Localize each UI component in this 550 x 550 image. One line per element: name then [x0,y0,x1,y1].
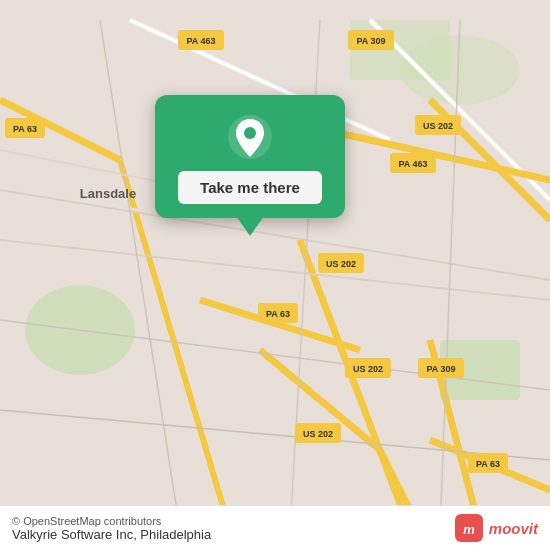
svg-text:US 202: US 202 [353,364,383,374]
svg-text:PA 463: PA 463 [398,159,427,169]
svg-text:US 202: US 202 [303,429,333,439]
svg-text:PA 309: PA 309 [356,36,385,46]
svg-text:Lansdale: Lansdale [80,186,136,201]
svg-point-55 [244,127,256,139]
map-container: PA 463 PA 309 PA 63 US 202 PA 463 Lansda… [0,0,550,550]
svg-text:US 202: US 202 [423,121,453,131]
moovit-brand-icon: m [455,514,483,542]
moovit-text: moovit [489,520,538,537]
svg-text:PA 463: PA 463 [186,36,215,46]
svg-text:PA 63: PA 63 [266,309,290,319]
moovit-logo[interactable]: m moovit [455,514,538,542]
svg-text:m: m [463,522,475,537]
attribution-text: © OpenStreetMap contributors [12,515,211,527]
footer-bar: © OpenStreetMap contributors Valkyrie So… [0,505,550,550]
location-pin-icon [226,113,274,161]
svg-text:PA 63: PA 63 [13,124,37,134]
footer-left: © OpenStreetMap contributors Valkyrie So… [12,515,211,542]
app-name-text: Valkyrie Software Inc, Philadelphia [12,527,211,542]
svg-text:PA 309: PA 309 [426,364,455,374]
location-popup: Take me there [155,95,345,218]
svg-text:US 202: US 202 [326,259,356,269]
svg-text:PA 63: PA 63 [476,459,500,469]
map-background: PA 463 PA 309 PA 63 US 202 PA 463 Lansda… [0,0,550,550]
take-me-there-button[interactable]: Take me there [178,171,322,204]
